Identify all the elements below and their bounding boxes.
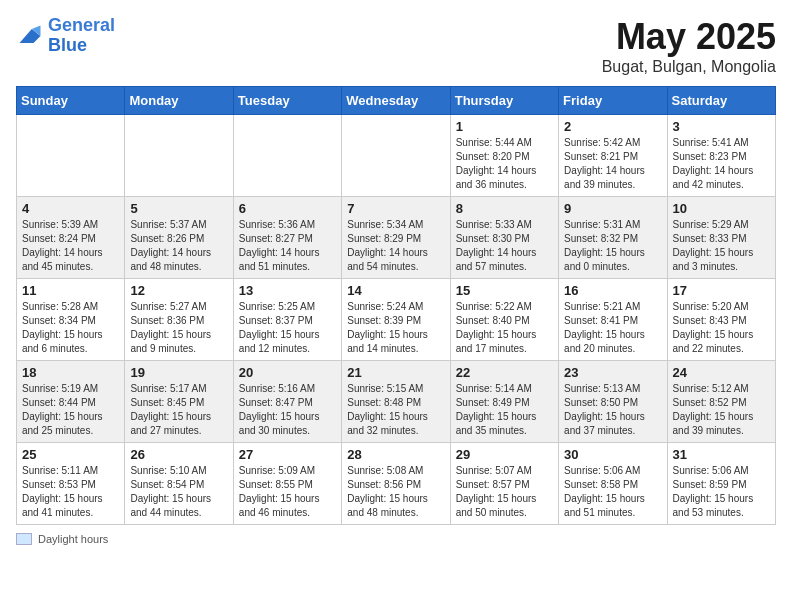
calendar-cell: 29Sunrise: 5:07 AM Sunset: 8:57 PM Dayli… — [450, 443, 558, 525]
day-info: Sunrise: 5:11 AM Sunset: 8:53 PM Dayligh… — [22, 464, 119, 520]
day-number: 3 — [673, 119, 770, 134]
day-info: Sunrise: 5:28 AM Sunset: 8:34 PM Dayligh… — [22, 300, 119, 356]
day-number: 12 — [130, 283, 227, 298]
day-info: Sunrise: 5:34 AM Sunset: 8:29 PM Dayligh… — [347, 218, 444, 274]
day-number: 5 — [130, 201, 227, 216]
day-number: 1 — [456, 119, 553, 134]
day-info: Sunrise: 5:22 AM Sunset: 8:40 PM Dayligh… — [456, 300, 553, 356]
logo-icon — [16, 22, 44, 50]
day-number: 8 — [456, 201, 553, 216]
calendar-footer: Daylight hours — [16, 533, 776, 545]
calendar-header-thursday: Thursday — [450, 87, 558, 115]
calendar-cell: 3Sunrise: 5:41 AM Sunset: 8:23 PM Daylig… — [667, 115, 775, 197]
calendar-cell: 11Sunrise: 5:28 AM Sunset: 8:34 PM Dayli… — [17, 279, 125, 361]
day-info: Sunrise: 5:08 AM Sunset: 8:56 PM Dayligh… — [347, 464, 444, 520]
logo: General Blue — [16, 16, 115, 56]
calendar-header-wednesday: Wednesday — [342, 87, 450, 115]
daylight-legend-box — [16, 533, 32, 545]
calendar-cell: 15Sunrise: 5:22 AM Sunset: 8:40 PM Dayli… — [450, 279, 558, 361]
calendar-cell: 1Sunrise: 5:44 AM Sunset: 8:20 PM Daylig… — [450, 115, 558, 197]
calendar-cell: 20Sunrise: 5:16 AM Sunset: 8:47 PM Dayli… — [233, 361, 341, 443]
calendar-cell — [17, 115, 125, 197]
day-number: 11 — [22, 283, 119, 298]
calendar-header-monday: Monday — [125, 87, 233, 115]
calendar-cell: 26Sunrise: 5:10 AM Sunset: 8:54 PM Dayli… — [125, 443, 233, 525]
day-info: Sunrise: 5:41 AM Sunset: 8:23 PM Dayligh… — [673, 136, 770, 192]
day-info: Sunrise: 5:06 AM Sunset: 8:59 PM Dayligh… — [673, 464, 770, 520]
day-number: 9 — [564, 201, 661, 216]
calendar-cell — [233, 115, 341, 197]
day-number: 13 — [239, 283, 336, 298]
day-info: Sunrise: 5:19 AM Sunset: 8:44 PM Dayligh… — [22, 382, 119, 438]
month-title: May 2025 — [602, 16, 776, 58]
calendar-header-row: SundayMondayTuesdayWednesdayThursdayFrid… — [17, 87, 776, 115]
day-info: Sunrise: 5:36 AM Sunset: 8:27 PM Dayligh… — [239, 218, 336, 274]
day-info: Sunrise: 5:42 AM Sunset: 8:21 PM Dayligh… — [564, 136, 661, 192]
calendar-cell: 7Sunrise: 5:34 AM Sunset: 8:29 PM Daylig… — [342, 197, 450, 279]
calendar-cell: 14Sunrise: 5:24 AM Sunset: 8:39 PM Dayli… — [342, 279, 450, 361]
calendar-cell: 16Sunrise: 5:21 AM Sunset: 8:41 PM Dayli… — [559, 279, 667, 361]
calendar-cell: 6Sunrise: 5:36 AM Sunset: 8:27 PM Daylig… — [233, 197, 341, 279]
day-info: Sunrise: 5:25 AM Sunset: 8:37 PM Dayligh… — [239, 300, 336, 356]
day-number: 16 — [564, 283, 661, 298]
calendar-header-sunday: Sunday — [17, 87, 125, 115]
day-number: 2 — [564, 119, 661, 134]
day-info: Sunrise: 5:31 AM Sunset: 8:32 PM Dayligh… — [564, 218, 661, 274]
calendar-cell: 13Sunrise: 5:25 AM Sunset: 8:37 PM Dayli… — [233, 279, 341, 361]
calendar-cell — [125, 115, 233, 197]
calendar-week-3: 11Sunrise: 5:28 AM Sunset: 8:34 PM Dayli… — [17, 279, 776, 361]
day-number: 6 — [239, 201, 336, 216]
day-number: 14 — [347, 283, 444, 298]
logo-text: General Blue — [48, 16, 115, 56]
page-header: General Blue May 2025 Bugat, Bulgan, Mon… — [16, 16, 776, 76]
calendar-cell: 8Sunrise: 5:33 AM Sunset: 8:30 PM Daylig… — [450, 197, 558, 279]
calendar-cell: 18Sunrise: 5:19 AM Sunset: 8:44 PM Dayli… — [17, 361, 125, 443]
day-number: 18 — [22, 365, 119, 380]
calendar-week-5: 25Sunrise: 5:11 AM Sunset: 8:53 PM Dayli… — [17, 443, 776, 525]
day-info: Sunrise: 5:20 AM Sunset: 8:43 PM Dayligh… — [673, 300, 770, 356]
day-info: Sunrise: 5:39 AM Sunset: 8:24 PM Dayligh… — [22, 218, 119, 274]
calendar-cell: 4Sunrise: 5:39 AM Sunset: 8:24 PM Daylig… — [17, 197, 125, 279]
calendar-cell: 30Sunrise: 5:06 AM Sunset: 8:58 PM Dayli… — [559, 443, 667, 525]
day-number: 28 — [347, 447, 444, 462]
calendar-cell: 21Sunrise: 5:15 AM Sunset: 8:48 PM Dayli… — [342, 361, 450, 443]
day-number: 17 — [673, 283, 770, 298]
day-info: Sunrise: 5:21 AM Sunset: 8:41 PM Dayligh… — [564, 300, 661, 356]
day-info: Sunrise: 5:27 AM Sunset: 8:36 PM Dayligh… — [130, 300, 227, 356]
day-number: 29 — [456, 447, 553, 462]
day-info: Sunrise: 5:24 AM Sunset: 8:39 PM Dayligh… — [347, 300, 444, 356]
calendar-cell: 24Sunrise: 5:12 AM Sunset: 8:52 PM Dayli… — [667, 361, 775, 443]
day-number: 7 — [347, 201, 444, 216]
calendar-cell: 27Sunrise: 5:09 AM Sunset: 8:55 PM Dayli… — [233, 443, 341, 525]
calendar-cell: 17Sunrise: 5:20 AM Sunset: 8:43 PM Dayli… — [667, 279, 775, 361]
calendar-cell: 28Sunrise: 5:08 AM Sunset: 8:56 PM Dayli… — [342, 443, 450, 525]
calendar-header-friday: Friday — [559, 87, 667, 115]
day-number: 30 — [564, 447, 661, 462]
day-number: 26 — [130, 447, 227, 462]
calendar-cell: 10Sunrise: 5:29 AM Sunset: 8:33 PM Dayli… — [667, 197, 775, 279]
calendar-cell: 25Sunrise: 5:11 AM Sunset: 8:53 PM Dayli… — [17, 443, 125, 525]
day-number: 24 — [673, 365, 770, 380]
day-info: Sunrise: 5:17 AM Sunset: 8:45 PM Dayligh… — [130, 382, 227, 438]
calendar-week-1: 1Sunrise: 5:44 AM Sunset: 8:20 PM Daylig… — [17, 115, 776, 197]
calendar-table: SundayMondayTuesdayWednesdayThursdayFrid… — [16, 86, 776, 525]
day-info: Sunrise: 5:13 AM Sunset: 8:50 PM Dayligh… — [564, 382, 661, 438]
day-info: Sunrise: 5:14 AM Sunset: 8:49 PM Dayligh… — [456, 382, 553, 438]
day-number: 20 — [239, 365, 336, 380]
day-number: 19 — [130, 365, 227, 380]
location-subtitle: Bugat, Bulgan, Mongolia — [602, 58, 776, 76]
calendar-week-2: 4Sunrise: 5:39 AM Sunset: 8:24 PM Daylig… — [17, 197, 776, 279]
calendar-week-4: 18Sunrise: 5:19 AM Sunset: 8:44 PM Dayli… — [17, 361, 776, 443]
calendar-cell: 12Sunrise: 5:27 AM Sunset: 8:36 PM Dayli… — [125, 279, 233, 361]
calendar-cell: 23Sunrise: 5:13 AM Sunset: 8:50 PM Dayli… — [559, 361, 667, 443]
day-info: Sunrise: 5:12 AM Sunset: 8:52 PM Dayligh… — [673, 382, 770, 438]
day-number: 27 — [239, 447, 336, 462]
day-number: 22 — [456, 365, 553, 380]
day-number: 25 — [22, 447, 119, 462]
day-info: Sunrise: 5:10 AM Sunset: 8:54 PM Dayligh… — [130, 464, 227, 520]
calendar-cell: 31Sunrise: 5:06 AM Sunset: 8:59 PM Dayli… — [667, 443, 775, 525]
day-info: Sunrise: 5:29 AM Sunset: 8:33 PM Dayligh… — [673, 218, 770, 274]
calendar-cell: 22Sunrise: 5:14 AM Sunset: 8:49 PM Dayli… — [450, 361, 558, 443]
day-number: 4 — [22, 201, 119, 216]
calendar-cell: 9Sunrise: 5:31 AM Sunset: 8:32 PM Daylig… — [559, 197, 667, 279]
